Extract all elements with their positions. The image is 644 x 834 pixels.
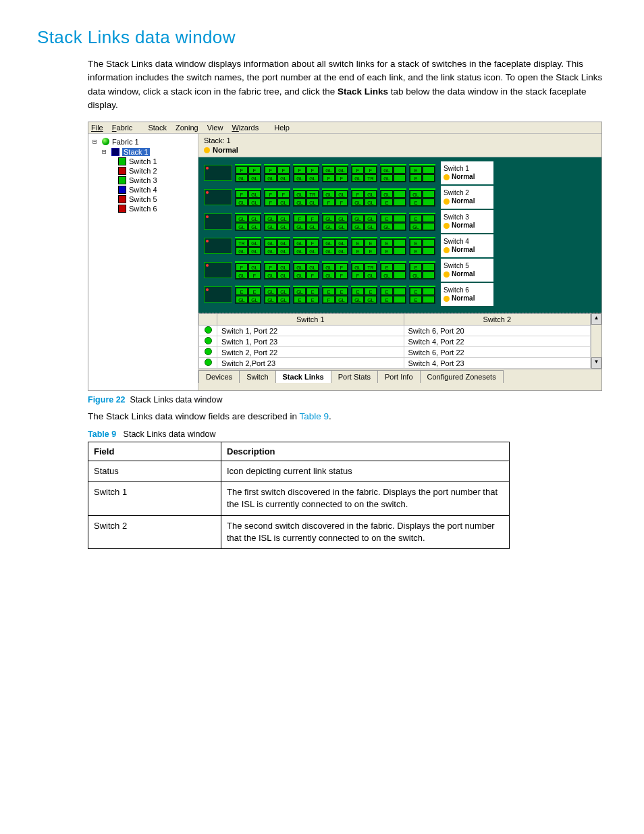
port-cell[interactable]: GL [277, 247, 290, 255]
port-cell[interactable]: GL [265, 296, 277, 303]
port-cell[interactable] [394, 199, 406, 206]
port-cell[interactable]: E [365, 288, 377, 295]
port-cell[interactable]: GL [265, 174, 277, 182]
tree-switch-node[interactable]: Switch 5 [92, 194, 194, 204]
port-cell[interactable]: GL [381, 271, 393, 279]
port-cell[interactable]: GL [323, 271, 335, 279]
tab-configured-zonesets[interactable]: Configured Zonesets [420, 370, 504, 383]
port-cell[interactable] [394, 174, 406, 182]
port-cell[interactable]: GL [248, 174, 261, 182]
port-cell[interactable]: GL [352, 174, 364, 182]
port-cell[interactable]: F [265, 263, 277, 271]
table-row[interactable]: Switch 2,Port 23 Switch 4, Port 23 [199, 358, 591, 369]
tree-switch-node[interactable]: Switch 2 [92, 166, 194, 176]
tab-port-info[interactable]: Port Info [377, 370, 421, 383]
chassis-icon[interactable] [204, 165, 232, 181]
table-scrollbar[interactable]: ▲ ▼ [591, 313, 601, 369]
port-cell[interactable] [423, 166, 435, 174]
port-cell[interactable]: GL [236, 247, 248, 255]
port-cell[interactable] [394, 215, 406, 222]
port-cell[interactable]: GL [265, 215, 277, 222]
port-cell[interactable]: GL [236, 199, 248, 206]
port-cell[interactable]: GL [277, 223, 290, 230]
port-cell[interactable] [423, 223, 435, 230]
port-cell[interactable]: GL [265, 271, 277, 279]
port-cell[interactable]: GL [323, 239, 335, 246]
port-cell[interactable]: TR [306, 190, 319, 198]
chassis-icon[interactable] [204, 262, 232, 278]
tree-switch-node[interactable]: Switch 3 [92, 176, 194, 185]
expand-icon[interactable]: ⊟ [102, 147, 109, 156]
port-cell[interactable]: GL [306, 174, 319, 182]
port-cell[interactable]: E [410, 166, 422, 174]
port-cell[interactable]: GL [248, 296, 261, 303]
port-cell[interactable]: E [381, 288, 393, 295]
port-cell[interactable]: GL [236, 215, 248, 222]
table-row[interactable]: Switch 1, Port 23 Switch 4, Port 22 [199, 336, 591, 347]
chassis-icon[interactable] [204, 286, 232, 303]
port-cell[interactable]: E [336, 288, 348, 295]
port-cell[interactable]: GL [336, 215, 348, 222]
port-cell[interactable]: GL [277, 199, 290, 206]
port-cell[interactable]: GL [352, 223, 364, 230]
port-cell[interactable]: GL [277, 215, 290, 222]
port-cell[interactable]: E [381, 296, 393, 303]
port-cell[interactable]: F [352, 190, 364, 198]
port-cell[interactable]: F [306, 271, 319, 279]
port-cell[interactable]: GL [365, 190, 377, 198]
port-cell[interactable]: E [410, 199, 422, 206]
menu-stack[interactable]: Stack [148, 124, 167, 132]
port-cell[interactable]: E [410, 263, 422, 271]
tab-switch[interactable]: Switch [239, 370, 275, 383]
chassis-icon[interactable] [204, 189, 232, 205]
port-cell[interactable]: F [323, 174, 335, 182]
port-cell[interactable]: GL [294, 288, 306, 295]
port-cell[interactable]: GL [294, 263, 306, 271]
port-cell[interactable]: F [323, 199, 335, 206]
port-cell[interactable]: F [277, 190, 290, 198]
port-cell[interactable]: F [294, 215, 306, 222]
port-cell[interactable] [423, 190, 435, 198]
port-cell[interactable]: GL [323, 215, 335, 222]
port-cell[interactable]: GL [265, 239, 277, 246]
port-cell[interactable]: E [410, 247, 422, 255]
port-cell[interactable]: GL [352, 199, 364, 206]
port-cell[interactable]: E [323, 288, 335, 295]
port-cell[interactable]: F [352, 271, 364, 279]
port-cell[interactable]: GL [294, 239, 306, 246]
menu-file[interactable]: File [91, 124, 103, 132]
port-cell[interactable]: GL [410, 190, 422, 198]
tab-port-stats[interactable]: Port Stats [331, 370, 378, 383]
port-cell[interactable]: E [306, 288, 319, 295]
port-cell[interactable]: TR [365, 263, 377, 271]
port-cell[interactable] [394, 288, 406, 295]
port-cell[interactable]: GL [248, 199, 261, 206]
port-cell[interactable]: E [365, 239, 377, 246]
port-cell[interactable] [423, 174, 435, 182]
port-cell[interactable]: GL [365, 199, 377, 206]
port-cell[interactable]: GL [236, 223, 248, 230]
table-row[interactable]: Switch 1, Port 22 Switch 6, Port 20 [199, 325, 591, 336]
port-cell[interactable]: GL [352, 296, 364, 303]
port-cell[interactable]: GL [365, 223, 377, 230]
port-cell[interactable]: GL [336, 239, 348, 246]
port-cell[interactable]: GL [323, 223, 335, 230]
port-cell[interactable] [394, 239, 406, 246]
port-cell[interactable]: GL [306, 223, 319, 230]
port-cell[interactable]: E [410, 296, 422, 303]
port-cell[interactable]: E [248, 288, 261, 295]
links-col-switch2[interactable]: Switch 2 [404, 314, 591, 325]
port-cell[interactable]: E [381, 239, 393, 246]
port-cell[interactable]: E [381, 199, 393, 206]
port-cell[interactable]: GL [294, 190, 306, 198]
port-cell[interactable]: GL [381, 223, 393, 230]
port-cell[interactable]: GL [294, 199, 306, 206]
port-cell[interactable]: F [277, 166, 290, 174]
menu-fabric[interactable]: Fabric [112, 124, 140, 132]
table-row[interactable]: Switch 2, Port 22 Switch 6, Port 22 [199, 347, 591, 358]
port-cell[interactable]: F [336, 199, 348, 206]
port-cell[interactable] [423, 296, 435, 303]
port-cell[interactable]: GL [248, 223, 261, 230]
port-cell[interactable]: GL [336, 223, 348, 230]
port-cell[interactable]: GL [306, 247, 319, 255]
